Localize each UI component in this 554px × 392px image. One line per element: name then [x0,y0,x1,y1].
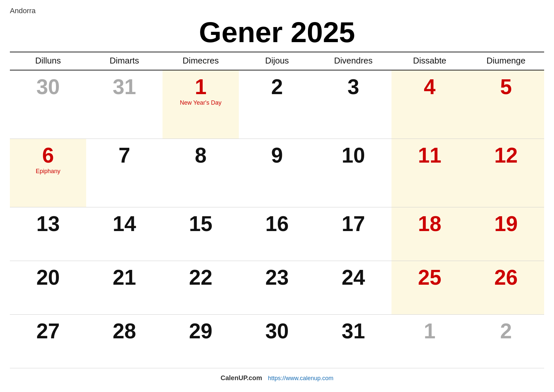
day-number: 23 [265,267,289,288]
day-number: 6 [42,145,54,166]
calendar-cell: 30 [10,70,86,139]
cell-inner: 1New Year's Day [166,76,236,107]
day-header-dilluns: Dilluns [10,52,86,70]
calendar-cell: 31 [315,314,391,368]
cell-inner: 9 [242,145,312,166]
calendar-body: 30311New Year's Day23456Epiphany78910111… [10,70,544,368]
day-number: 18 [418,213,441,234]
cell-inner: 31 [89,76,159,97]
cell-inner: 10 [318,145,388,166]
day-number: 1 [424,321,436,342]
cell-inner: 30 [242,321,312,342]
day-number: 27 [36,321,60,342]
day-number: 15 [189,213,212,234]
cell-inner: 28 [89,321,159,342]
calendar-cell: 30 [239,314,315,368]
day-header-dissabte: Dissabte [391,52,468,70]
day-number: 5 [500,76,512,97]
day-number: 26 [494,267,517,288]
day-number: 4 [424,76,436,97]
calendar-cell: 27 [10,314,86,368]
day-number: 11 [418,145,441,166]
calendar-cell: 24 [315,261,391,314]
calendar-week-1: 30311New Year's Day2345 [10,70,544,139]
calendar-cell: 28 [86,314,163,368]
cell-inner: 25 [395,267,465,288]
holiday-label: New Year's Day [180,99,222,107]
calendar-week-4: 20212223242526 [10,261,544,314]
calendar-cell: 18 [391,207,468,261]
cell-inner: 17 [318,213,388,234]
footer: CalenUP.com https://www.calenup.com [10,374,544,382]
footer-site-url: https://www.calenup.com [268,375,333,381]
calendar-cell: 26 [468,261,544,314]
calendar-week-2: 6Epiphany789101112 [10,139,544,207]
day-number: 19 [494,213,517,234]
calendar-week-3: 13141516171819 [10,207,544,261]
calendar-cell: 7 [86,139,163,207]
calendar-cell: 12 [468,139,544,207]
cell-inner: 18 [395,213,465,234]
day-number: 31 [113,76,136,97]
calendar-cell: 4 [391,70,468,139]
day-number: 12 [494,145,517,166]
day-number: 21 [113,267,136,288]
cell-inner: 30 [13,76,83,97]
calendar-cell: 23 [239,261,315,314]
cell-inner: 23 [242,267,312,288]
cell-inner: 21 [89,267,159,288]
calendar-cell: 20 [10,261,86,314]
cell-inner: 4 [395,76,465,97]
month-title: Gener 2025 [10,16,544,48]
calendar-cell: 8 [163,139,239,207]
day-header-dimarts: Dimarts [86,52,163,70]
calendar-cell: 5 [468,70,544,139]
calendar-cell: 14 [86,207,163,261]
day-number: 30 [36,76,60,97]
calendar-cell: 22 [163,261,239,314]
day-number: 16 [265,213,289,234]
cell-inner: 11 [395,145,465,166]
calendar-cell: 2 [239,70,315,139]
day-number: 31 [341,321,365,342]
calendar-cell: 29 [163,314,239,368]
calendar-cell: 25 [391,261,468,314]
calendar-cell: 3 [315,70,391,139]
cell-inner: 2 [471,321,541,342]
day-header-dimecres: Dimecres [163,52,239,70]
cell-inner: 3 [318,76,388,97]
cell-inner: 5 [471,76,541,97]
cell-inner: 2 [242,76,312,97]
day-number: 2 [271,76,283,97]
day-number: 14 [113,213,136,234]
day-header-divendres: Divendres [315,52,391,70]
day-number: 13 [36,213,60,234]
footer-site-name: CalenUP.com [220,374,262,381]
cell-inner: 27 [13,321,83,342]
day-number: 9 [271,145,283,166]
day-number: 7 [118,145,130,166]
cell-inner: 16 [242,213,312,234]
cell-inner: 14 [89,213,159,234]
calendar-table: DillunsDimartsDimecresDijousDivendresDis… [10,52,544,368]
cell-inner: 12 [471,145,541,166]
day-number: 8 [195,145,207,166]
day-header-dijous: Dijous [239,52,315,70]
day-number: 29 [189,321,212,342]
cell-inner: 20 [13,267,83,288]
calendar-week-5: 272829303112 [10,314,544,368]
cell-inner: 22 [166,267,236,288]
cell-inner: 13 [13,213,83,234]
calendar-header-row: DillunsDimartsDimecresDijousDivendresDis… [10,52,544,70]
calendar-cell: 9 [239,139,315,207]
holiday-label: Epiphany [36,168,60,175]
calendar-cell: 31 [86,70,163,139]
calendar-cell: 11 [391,139,468,207]
cell-inner: 31 [318,321,388,342]
calendar-cell: 13 [10,207,86,261]
cell-inner: 19 [471,213,541,234]
day-number: 20 [36,267,60,288]
calendar-cell: 17 [315,207,391,261]
cell-inner: 6Epiphany [13,145,83,175]
cell-inner: 24 [318,267,388,288]
